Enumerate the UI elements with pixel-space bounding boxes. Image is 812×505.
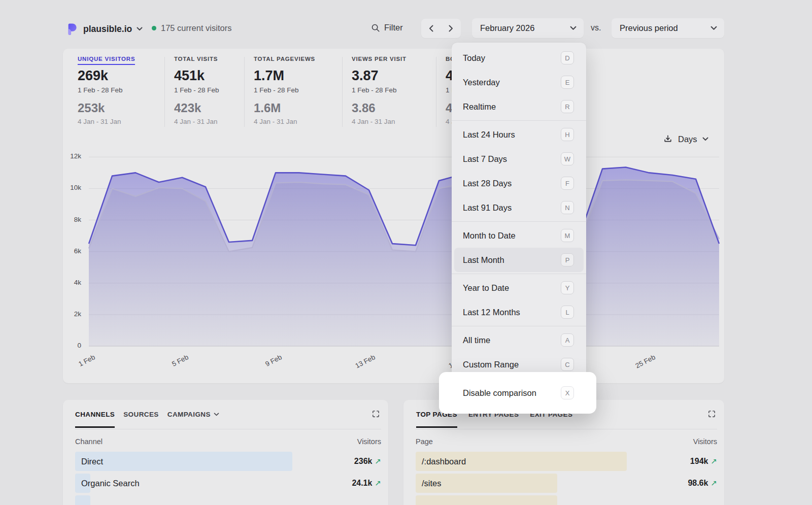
tab-sources[interactable]: SOURCES (123, 411, 159, 418)
arrow-up-right-icon: ↗ (710, 452, 717, 471)
shortcut-key: A (561, 333, 574, 347)
search-icon (371, 23, 380, 32)
row--sites[interactable]: /sites 98.6k ↗ (416, 474, 717, 493)
row-bar (75, 495, 90, 505)
metric-prev-period: 4 Jan - 31 Jan (78, 117, 135, 126)
menu-item-label: Last 28 Days (463, 179, 512, 188)
menu-divider (452, 274, 586, 274)
metric-period: 1 Feb - 28 Feb (254, 86, 315, 94)
metric-total-pageviews[interactable]: TOTAL PAGEVIEWS 1.7M 1 Feb - 28 Feb 1.6M… (254, 56, 315, 126)
y-tick: 0 (63, 342, 81, 349)
x-tick: 9 Feb (246, 353, 283, 377)
comparison-button[interactable]: Previous period (612, 18, 724, 38)
x-tick: 5 Feb (153, 353, 190, 377)
metric-period: 1 Feb - 28 Feb (352, 86, 407, 94)
menu-item-last-7-days[interactable]: Last 7 Days W (452, 147, 586, 171)
row--dashboard[interactable]: /:dashboard 194k ↗ (416, 452, 717, 471)
menu-item-last-28-days[interactable]: Last 28 Days F (452, 171, 586, 195)
disable-comparison-label: Disable comparison (463, 388, 536, 398)
plausible-dashboard: plausible.io 175 current visitors Filter… (0, 0, 812, 505)
column-value: Visitors (357, 437, 381, 446)
menu-item-last-month[interactable]: Last Month P (454, 248, 584, 272)
stat-divider (164, 57, 165, 127)
live-dot-icon (152, 26, 156, 30)
table-row[interactable]: ↗ (75, 495, 381, 505)
metric-prev-value: 423k (174, 101, 219, 115)
chevron-right-icon (449, 25, 453, 32)
row-label: /sites (422, 474, 442, 493)
menu-item-label: Month to Date (463, 231, 516, 241)
metric-prev-period: 4 Jan - 31 Jan (254, 117, 315, 126)
row-organic-search[interactable]: Organic Search 24.1k ↗ (75, 474, 381, 493)
menu-item-last-24-hours[interactable]: Last 24 Hours H (452, 122, 586, 147)
menu-item-month-to-date[interactable]: Month to Date M (452, 223, 586, 248)
chevron-down-icon (570, 26, 577, 30)
table-header: Channel Visitors (75, 437, 381, 446)
column-label: Page (416, 437, 433, 446)
channels-rows: Direct 236k ↗ Organic Search 24.1k ↗ ↗ (75, 452, 381, 505)
site-switcher[interactable]: plausible.io (65, 21, 143, 37)
filter-button[interactable]: Filter (371, 23, 403, 32)
table-row[interactable]: ↗ (416, 495, 717, 505)
next-period-arrow-button[interactable] (441, 19, 461, 38)
interval-control[interactable]: Days (663, 134, 708, 144)
menu-item-label: Last 24 Hours (463, 130, 515, 140)
current-visitors[interactable]: 175 current visitors (152, 23, 231, 33)
menu-item-yesterday[interactable]: Yesterday E (452, 70, 586, 94)
stat-divider (244, 57, 245, 127)
menu-item-label: Last 12 Months (463, 308, 520, 317)
tab-channels[interactable]: CHANNELS (75, 411, 115, 418)
expand-icon[interactable] (371, 410, 380, 418)
metric-views-per-visit[interactable]: VIEWS PER VISIT 3.87 1 Feb - 28 Feb 3.86… (352, 56, 407, 126)
row-direct[interactable]: Direct 236k ↗ (75, 452, 381, 471)
pages-rows: /:dashboard 194k ↗ /sites 98.6k ↗ ↗ (416, 452, 717, 505)
shortcut-key: R (561, 100, 574, 113)
filter-label: Filter (384, 23, 403, 32)
y-tick: 4k (63, 279, 81, 286)
date-range-menu: Today D Yesterday E Realtime R Last 24 H… (452, 43, 586, 380)
metric-period: 1 Feb - 28 Feb (78, 86, 135, 94)
row-label: Organic Search (81, 474, 140, 493)
download-icon[interactable] (663, 134, 673, 144)
menu-item-all-time[interactable]: All time A (452, 328, 586, 352)
y-tick: 8k (63, 216, 81, 223)
row-value: 194k (690, 452, 708, 471)
menu-item-year-to-date[interactable]: Year to Date Y (452, 276, 586, 300)
expand-icon[interactable] (707, 410, 716, 418)
row-value: 24.1k (352, 474, 372, 493)
chevron-down-icon (710, 26, 717, 30)
shortcut-key: Y (561, 281, 574, 294)
date-range-button[interactable]: February 2026 (472, 18, 584, 38)
prev-period-arrow-button[interactable] (421, 19, 441, 38)
site-name: plausible.io (83, 24, 132, 35)
metric-value: 451k (174, 68, 219, 83)
row-label: /:dashboard (422, 452, 466, 471)
chevron-left-icon (429, 25, 433, 32)
shortcut-key: P (561, 253, 574, 266)
row-bar (416, 495, 557, 505)
shortcut-key: D (561, 51, 574, 64)
metric-total-visits[interactable]: TOTAL VISITS 451k 1 Feb - 28 Feb 423k 4 … (174, 56, 219, 126)
menu-item-last-12-months[interactable]: Last 12 Months L (452, 300, 586, 324)
tab-divider (416, 429, 717, 429)
metric-unique-visitors[interactable]: UNIQUE VISITORS 269k 1 Feb - 28 Feb 253k… (78, 56, 135, 126)
row-label: Direct (81, 452, 103, 471)
menu-item-today[interactable]: Today D (452, 46, 586, 70)
menu-item-last-91-days[interactable]: Last 91 Days N (452, 195, 586, 220)
y-tick: 2k (63, 310, 81, 318)
shortcut-key: E (561, 76, 574, 89)
tab-campaigns[interactable]: CAMPAIGNS (167, 411, 219, 418)
row-value: 236k (354, 452, 373, 471)
disable-comparison-item[interactable]: Disable comparison X (439, 372, 596, 414)
period-nav (421, 19, 461, 38)
date-range-label: February 2026 (480, 23, 534, 33)
x-tick: 13 Feb (340, 353, 377, 377)
menu-item-realtime[interactable]: Realtime R (452, 94, 586, 119)
table-header: Page Visitors (416, 437, 717, 446)
shortcut-key: M (561, 229, 574, 242)
chart-card: UNIQUE VISITORS 269k 1 Feb - 28 Feb 253k… (63, 49, 724, 383)
metric-prev-period: 4 Jan - 31 Jan (174, 117, 219, 126)
chevron-down-icon (214, 413, 219, 416)
menu-divider (452, 326, 586, 326)
x-tick: 1 Feb (59, 353, 96, 377)
